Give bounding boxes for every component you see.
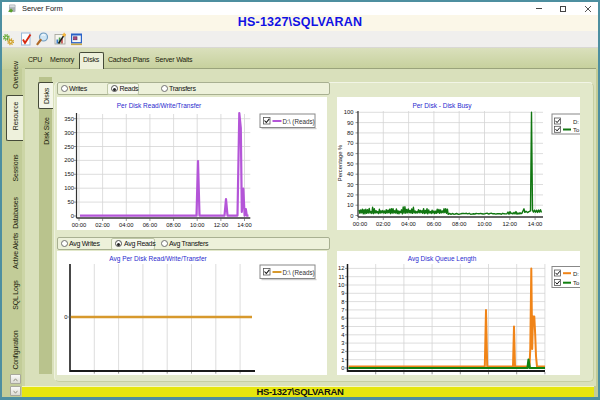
svg-text:08:00: 08:00 (166, 222, 181, 228)
svg-text:2: 2 (341, 348, 344, 354)
svg-text:20: 20 (347, 192, 353, 198)
svg-text:5: 5 (341, 324, 344, 330)
svg-text:90: 90 (347, 120, 353, 126)
svg-text:D:\ (Reads): D:\ (Reads) (283, 269, 315, 277)
svg-text:9: 9 (341, 290, 344, 296)
svg-text:6: 6 (341, 315, 344, 321)
svg-text:14:00: 14:00 (528, 221, 543, 227)
svg-text:0: 0 (71, 213, 74, 219)
svg-text:80: 80 (347, 130, 353, 136)
svg-text:1: 1 (341, 357, 344, 363)
svg-text:D:\ (Reads): D:\ (Reads) (283, 118, 315, 126)
svg-text:Per Disk - Disk Busy: Per Disk - Disk Busy (412, 102, 472, 110)
svg-text:50: 50 (347, 161, 353, 167)
svg-text:10:00: 10:00 (477, 221, 492, 227)
svg-text:10:00: 10:00 (190, 222, 205, 228)
svg-text:D:: D: (573, 119, 579, 125)
svg-text:Avg Disk Queue Length: Avg Disk Queue Length (408, 255, 477, 263)
svg-text:06:00: 06:00 (427, 221, 442, 227)
svg-text:Percentage %: Percentage % (337, 145, 343, 181)
svg-text:02:00: 02:00 (376, 221, 391, 227)
svg-text:12: 12 (338, 265, 344, 271)
svg-text:200: 200 (64, 157, 74, 163)
svg-text:04:00: 04:00 (401, 221, 416, 227)
svg-text:12:00: 12:00 (214, 222, 229, 228)
svg-text:150: 150 (64, 171, 74, 177)
svg-text:10: 10 (347, 202, 353, 208)
svg-text:Per Disk Read/Write/Transfer: Per Disk Read/Write/Transfer (117, 102, 202, 109)
svg-text:06:00: 06:00 (143, 222, 158, 228)
svg-text:3: 3 (341, 340, 344, 346)
svg-text:14:00: 14:00 (237, 222, 252, 228)
svg-text:To: To (573, 127, 580, 133)
svg-text:60: 60 (347, 151, 353, 157)
svg-text:To: To (573, 280, 580, 286)
svg-text:0: 0 (64, 314, 67, 320)
svg-text:00:00: 00:00 (353, 221, 368, 227)
svg-text:11: 11 (338, 274, 344, 280)
svg-text:Avg Per Disk Read/Write/Transf: Avg Per Disk Read/Write/Transfer (109, 255, 207, 263)
svg-text:7: 7 (341, 307, 344, 313)
svg-text:350: 350 (64, 116, 74, 122)
svg-text:250: 250 (64, 144, 74, 150)
svg-text:D:: D: (573, 271, 579, 277)
svg-text:04:00: 04:00 (119, 222, 134, 228)
svg-text:02:00: 02:00 (95, 222, 110, 228)
svg-text:12:00: 12:00 (503, 221, 518, 227)
svg-text:100: 100 (344, 109, 354, 115)
svg-text:0: 0 (350, 213, 353, 219)
svg-text:08:00: 08:00 (452, 221, 467, 227)
svg-text:00:00: 00:00 (72, 222, 87, 228)
svg-text:70: 70 (347, 140, 353, 146)
svg-text:50: 50 (68, 199, 74, 205)
svg-text:0: 0 (341, 365, 344, 371)
svg-text:30: 30 (347, 182, 353, 188)
svg-text:300: 300 (64, 130, 74, 136)
svg-text:40: 40 (347, 171, 353, 177)
svg-text:10: 10 (338, 282, 344, 288)
svg-text:100: 100 (64, 185, 74, 191)
svg-text:8: 8 (341, 299, 344, 305)
